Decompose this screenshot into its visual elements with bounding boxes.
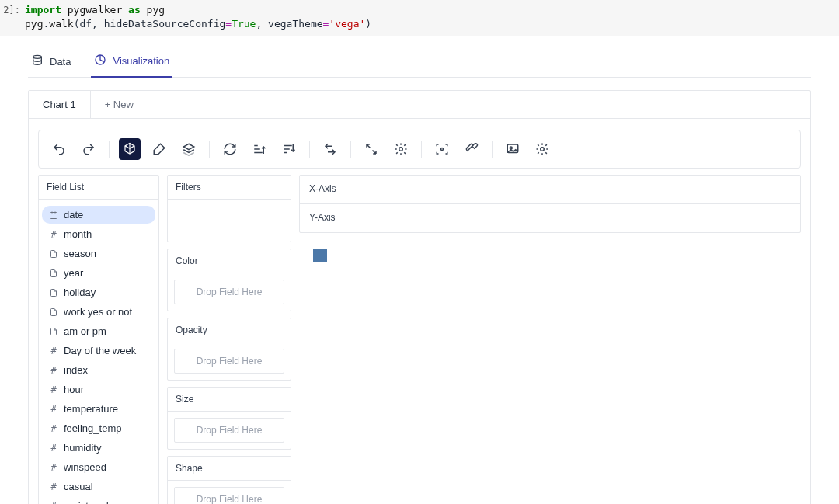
field-temperature[interactable]: #temperature <box>42 400 155 418</box>
y-axis-dropzone[interactable] <box>371 204 800 232</box>
sort-desc-button[interactable] <box>278 138 300 160</box>
transpose-button[interactable] <box>319 138 341 160</box>
field-label: casual <box>64 481 93 492</box>
shape-dropzone[interactable]: Drop Field Here <box>174 487 284 504</box>
field-humidity[interactable]: #humidity <box>42 439 155 457</box>
scan-button[interactable] <box>431 138 453 160</box>
tab-data-label: Data <box>50 56 71 68</box>
filters-dropzone[interactable] <box>168 200 291 242</box>
chart-canvas[interactable] <box>299 241 801 267</box>
field-label: year <box>64 267 83 279</box>
nominal-type-icon <box>48 269 59 278</box>
field-list-header: Field List <box>39 176 158 200</box>
color-dropzone[interactable]: Drop Field Here <box>174 280 284 304</box>
field-label: temperature <box>64 403 118 415</box>
channels-column: Filters Color Drop Field Here Opacity Dr… <box>167 175 291 504</box>
x-axis-dropzone[interactable] <box>371 176 800 203</box>
quant-type-icon: # <box>48 346 59 356</box>
field-label: feeling_temp <box>64 422 121 434</box>
layout-button[interactable] <box>360 138 382 160</box>
default-mark <box>313 249 327 262</box>
sort-asc-button[interactable] <box>249 138 270 160</box>
field-list-body: date#monthseasonyearholidaywork yes or n… <box>39 200 158 504</box>
field-Day-of-the-week[interactable]: #Day of the week <box>42 342 155 360</box>
field-label: index <box>64 364 88 376</box>
aggregation-toggle[interactable] <box>119 138 141 160</box>
svg-rect-7 <box>50 212 57 218</box>
chart-tab-row: Chart 1 + New <box>29 91 810 119</box>
database-icon <box>31 54 44 69</box>
size-panel: Size Drop Field Here <box>167 387 291 450</box>
svg-point-5 <box>510 147 512 149</box>
chart-tab-new[interactable]: + New <box>91 91 148 118</box>
quant-type-icon: # <box>48 384 59 395</box>
redo-button[interactable] <box>78 138 99 160</box>
field-label: am or pm <box>64 325 106 337</box>
field-label: date <box>64 209 83 221</box>
nominal-type-icon <box>48 308 59 317</box>
toolbar <box>38 130 801 169</box>
svg-point-0 <box>33 55 42 58</box>
field-work-yes-or-not[interactable]: work yes or not <box>42 303 155 321</box>
tab-data[interactable]: Data <box>28 47 74 77</box>
x-axis-shelf: X-Axis <box>300 176 800 204</box>
export-settings-button[interactable] <box>531 138 553 160</box>
top-tabs: Data Visualization <box>28 47 811 78</box>
chart-tab-active[interactable]: Chart 1 <box>29 91 91 118</box>
tab-viz-label: Visualization <box>113 55 169 67</box>
output-area: Data Visualization Chart 1 + New <box>0 36 839 504</box>
code-block[interactable]: import pygwalker as pyg pyg.walk(df, hid… <box>25 3 371 31</box>
field-season[interactable]: season <box>42 245 155 262</box>
quant-type-icon: # <box>48 365 59 376</box>
svg-point-6 <box>541 148 545 151</box>
quant-type-icon: # <box>48 404 59 415</box>
field-month[interactable]: #month <box>42 225 155 243</box>
field-year[interactable]: year <box>42 264 155 282</box>
nominal-type-icon <box>48 288 59 297</box>
viz-frame: Chart 1 + New <box>28 90 811 504</box>
field-label: Day of the week <box>64 345 136 356</box>
field-date[interactable]: date <box>42 206 155 224</box>
y-axis-shelf: Y-Axis <box>300 204 800 232</box>
quant-type-icon: # <box>48 481 59 492</box>
field-winspeed[interactable]: #winspeed <box>42 458 155 476</box>
canvas-column: X-Axis Y-Axis <box>299 175 801 504</box>
field-hour[interactable]: #hour <box>42 381 155 398</box>
quant-type-icon: # <box>48 462 59 473</box>
mark-type-button[interactable] <box>148 138 170 160</box>
quant-type-icon: # <box>48 423 59 434</box>
color-panel: Color Drop Field Here <box>167 249 291 311</box>
field-feeling_temp[interactable]: #feeling_temp <box>42 419 155 437</box>
date-type-icon <box>48 210 59 220</box>
stack-button[interactable] <box>178 138 200 160</box>
filters-panel: Filters <box>167 175 291 242</box>
field-label: registered <box>64 500 109 504</box>
field-registered[interactable]: #registered <box>42 497 155 504</box>
cell-prompt: 2]: <box>0 3 20 31</box>
field-holiday[interactable]: holiday <box>42 283 155 301</box>
undo-button[interactable] <box>48 138 70 160</box>
svg-point-3 <box>441 148 444 151</box>
axis-shelves: X-Axis Y-Axis <box>299 175 801 233</box>
quant-type-icon: # <box>48 229 59 240</box>
quant-type-icon: # <box>48 501 59 504</box>
field-index[interactable]: #index <box>42 361 155 379</box>
shape-panel: Shape Drop Field Here <box>167 456 291 504</box>
field-am-or-pm[interactable]: am or pm <box>42 322 155 340</box>
opacity-panel: Opacity Drop Field Here <box>167 318 291 381</box>
config-button[interactable] <box>461 138 482 160</box>
code-cell: 2]: import pygwalker as pyg pyg.walk(df,… <box>0 0 839 36</box>
field-casual[interactable]: #casual <box>42 478 155 495</box>
nominal-type-icon <box>48 249 59 259</box>
tab-visualization[interactable]: Visualization <box>91 47 172 78</box>
opacity-dropzone[interactable]: Drop Field Here <box>174 349 284 374</box>
export-image-button[interactable] <box>502 138 524 160</box>
chart-icon <box>94 54 106 68</box>
field-label: winspeed <box>64 461 106 473</box>
field-label: humidity <box>64 442 101 454</box>
refresh-button[interactable] <box>219 138 241 160</box>
svg-point-2 <box>399 148 403 151</box>
size-dropzone[interactable]: Drop Field Here <box>174 418 284 443</box>
layout-settings-button[interactable] <box>390 138 412 160</box>
field-list-panel: Field List date#monthseasonyearholidaywo… <box>38 175 159 504</box>
